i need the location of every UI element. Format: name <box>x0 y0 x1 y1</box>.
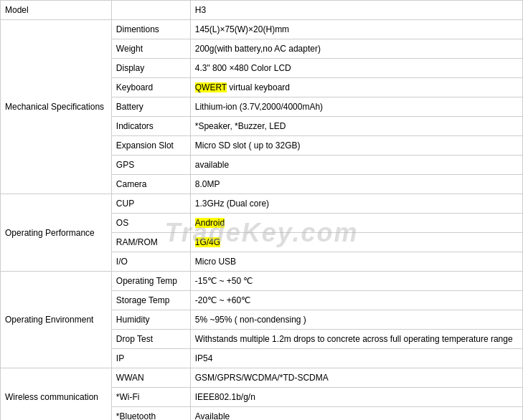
value-cup: 1.3GHz (Dual core) <box>190 194 522 214</box>
label-indicators: Indicators <box>111 117 190 136</box>
label-camera: Camera <box>111 175 190 194</box>
label-weight: Weight <box>111 39 190 59</box>
value-ram: 1G/4G <box>190 233 522 252</box>
label-display: Display <box>111 59 190 78</box>
label-battery: Battery <box>111 97 190 117</box>
table-row-wwan: Wireless communication WWAN GSM/GPRS/WCD… <box>1 368 523 388</box>
label-empty <box>111 1 190 20</box>
label-cup: CUP <box>111 194 190 214</box>
value-keyboard: QWERT virtual keyboard <box>190 78 522 97</box>
label-ip: IP <box>111 349 190 368</box>
value-os: Android <box>190 214 522 233</box>
label-drop-test: Drop Test <box>111 330 190 349</box>
value-indicators: *Speaker, *Buzzer, LED <box>190 117 522 136</box>
label-operating-temp: Operating Temp <box>111 272 190 291</box>
value-bluetooth: Available <box>190 407 522 421</box>
label-wifi: *Wi-Fi <box>111 388 190 407</box>
label-storage-temp: Storage Temp <box>111 291 190 310</box>
value-ip: IP54 <box>190 349 522 368</box>
group-operating-environment: Operating Environment <box>1 272 112 368</box>
os-highlight: Android <box>195 218 225 228</box>
label-ram: RAM/ROM <box>111 233 190 252</box>
label-bluetooth: *Bluetooth <box>111 407 190 421</box>
value-io: Micro USB <box>190 252 522 272</box>
group-model: Model <box>1 1 112 20</box>
value-storage-temp: -20℃ ~ +60℃ <box>190 291 522 310</box>
value-model: H3 <box>190 1 522 20</box>
value-drop-test: Withstands multiple 1.2m drops to concre… <box>190 330 522 349</box>
value-humidity: 5% ~95% ( non-condensing ) <box>190 310 522 330</box>
value-wifi: IEEE802.1b/g/n <box>190 388 522 407</box>
table-row-cup: Operating Performance CUP 1.3GHz (Dual c… <box>1 194 523 214</box>
group-wireless: Wireless communication <box>1 368 112 421</box>
value-camera: 8.0MP <box>190 175 522 194</box>
value-wwan: GSM/GPRS/WCDMA/*TD-SCDMA <box>190 368 522 388</box>
label-gps: GPS <box>111 156 190 175</box>
keyboard-highlight: QWERT <box>195 82 227 92</box>
table-row-operating-temp: Operating Environment Operating Temp -15… <box>1 272 523 291</box>
table-row-model: Model H3 <box>1 1 523 20</box>
ram-highlight: 1G/4G <box>195 237 220 247</box>
label-os: OS <box>111 214 190 233</box>
value-expansion: Micro SD slot ( up to 32GB) <box>190 136 522 156</box>
group-operating-performance: Operating Performance <box>1 194 112 272</box>
value-display: 4.3" 800 ×480 Color LCD <box>190 59 522 78</box>
value-gps: available <box>190 156 522 175</box>
value-dimentions: 145(L)×75(W)×20(H)mm <box>190 20 522 39</box>
value-weight: 200g(with battery,no AC adapter) <box>190 39 522 59</box>
label-dimentions: Dimentions <box>111 20 190 39</box>
label-expansion: Expansion Slot <box>111 136 190 156</box>
product-spec-table: TradeKey.com Model H3 Mechanical Specifi… <box>0 0 523 420</box>
label-humidity: Humidity <box>111 310 190 330</box>
label-keyboard: Keyboard <box>111 78 190 97</box>
value-battery: Lithium-ion (3.7V,2000/4000mAh) <box>190 97 522 117</box>
value-operating-temp: -15℃ ~ +50 ℃ <box>190 272 522 291</box>
group-mechanical: Mechanical Specifications <box>1 20 112 194</box>
label-io: I/O <box>111 252 190 272</box>
table-row-dimentions: Mechanical Specifications Dimentions 145… <box>1 20 523 39</box>
label-wwan: WWAN <box>111 368 190 388</box>
